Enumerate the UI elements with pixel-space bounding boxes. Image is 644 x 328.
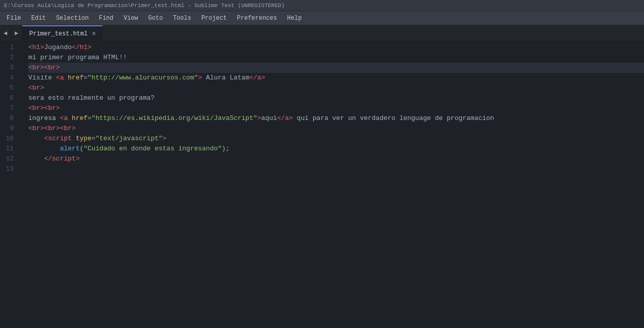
attr-val-line8: "https://es.wikipedia.org/wiki/JavaScrip… (92, 113, 257, 124)
tag-script-open-line10: < (44, 134, 48, 144)
menu-tools[interactable]: Tools (168, 13, 196, 23)
menu-goto[interactable]: Goto (144, 13, 167, 23)
string-line11: "Cuidado en donde estas ingresando" (83, 144, 222, 154)
code-line-6: sera esto realmente un programa? (28, 93, 644, 103)
line-num-7: 7 (4, 103, 14, 113)
text-line2: mi primer programa HTML!! (28, 53, 127, 63)
paren-open-line11: ( (79, 144, 83, 154)
attr-type-line10: type (76, 134, 92, 144)
menu-file[interactable]: File (2, 13, 26, 23)
tag-br-line9b: <br> (44, 124, 60, 134)
code-line-4: Visite <a href="http://www.aluracursos.c… (28, 73, 644, 83)
title-text: E:\Cursos Aula\Logica de Programacion\Pr… (4, 3, 285, 9)
text-visite: Visite (28, 73, 56, 83)
text-aqui: aqui (261, 113, 277, 124)
text-line13 (28, 164, 32, 174)
code-area[interactable]: <h1>Jugando</h1> mi primer programa HTML… (22, 42, 644, 328)
line-num-2: 2 (4, 53, 14, 63)
line-num-8: 8 (4, 113, 14, 124)
line-num-10: 10 (4, 134, 14, 144)
line-numbers: 1 2 3 4 5 6 7 8 9 10 11 12 13 (0, 42, 22, 328)
paren-close-line11: ); (222, 144, 230, 154)
attr-val-line4: "http://www.aluracursos.com" (88, 73, 198, 83)
code-line-11: alert("Cuidado en donde estas ingresando… (28, 144, 644, 154)
tab-bar: ◀ ▶ Primer_test.html × (0, 25, 644, 42)
tag-a-gt-line4: > (198, 73, 202, 83)
indent-line10 (28, 134, 44, 144)
indent-line12 (28, 154, 44, 164)
tag-a-close-line8: </a> (277, 113, 293, 124)
tag-br-line5: <br> (28, 83, 44, 93)
tag-br-line7a: <br> (28, 103, 44, 113)
eq-line4: = (83, 73, 88, 83)
tag-a-name-line8: a (64, 113, 72, 124)
indent-line11 (28, 144, 60, 154)
func-alert: alert (60, 144, 79, 154)
line-num-1: 1 (4, 43, 14, 53)
title-bar: E:\Cursos Aula\Logica de Programacion\Pr… (0, 0, 644, 11)
tab-close-button[interactable]: × (92, 30, 96, 37)
attr-href-line4: href (68, 73, 83, 83)
line-num-9: 9 (4, 124, 14, 134)
text-ingresa: ingresa (28, 113, 60, 124)
code-line-13 (28, 164, 644, 174)
menu-find[interactable]: Find (94, 13, 118, 23)
tag-h1-open: <h1> (28, 43, 44, 53)
attr-href-line8: href (72, 113, 88, 124)
text-line6: sera esto realmente un programa? (28, 93, 155, 103)
tag-script-close-line12: </script> (44, 154, 79, 164)
tag-h1-close: </h1> (72, 43, 92, 53)
line-num-5: 5 (4, 83, 14, 93)
menu-project[interactable]: Project (197, 13, 231, 23)
text-rest-line8: qui para ver un verdadero lenguage de pr… (293, 113, 494, 124)
tag-script-name-line10: script (48, 134, 76, 144)
menu-bar: File Edit Selection Find View Goto Tools… (0, 11, 644, 25)
code-line-1: <h1>Jugando</h1> (28, 43, 644, 53)
tag-a-name-line4: a (60, 73, 68, 83)
eq-line10: = (92, 134, 96, 144)
tag-br-line7b: <br> (44, 103, 60, 113)
menu-edit[interactable]: Edit (27, 13, 51, 23)
tag-br-line9c: <br> (60, 124, 75, 134)
editor: 1 2 3 4 5 6 7 8 9 10 11 12 13 <h1>Jugand… (0, 42, 644, 328)
tag-a-open-line8: < (60, 113, 64, 124)
line-num-12: 12 (4, 154, 14, 164)
tag-a-close-line4: </a> (249, 73, 265, 83)
text-jugando: Jugando (44, 43, 72, 53)
line-num-4: 4 (4, 73, 14, 83)
menu-view[interactable]: View (119, 13, 143, 23)
tag-br2: <br> (44, 63, 60, 73)
code-line-8: ingresa <a href="https://es.wikipedia.or… (28, 113, 644, 124)
tab-label: Primer_test.html (29, 30, 88, 37)
code-line-10: <script type="text/javascript"> (28, 134, 644, 144)
tab-nav-left[interactable]: ◀ (0, 25, 11, 41)
code-line-3: <br><br> (28, 63, 644, 73)
text-alura: Alura Latam (202, 73, 249, 83)
menu-selection[interactable]: Selection (52, 13, 94, 23)
eq-line8: = (88, 113, 92, 124)
line-num-11: 11 (4, 144, 14, 154)
code-line-9: <br><br><br> (28, 124, 644, 134)
code-line-5: <br> (28, 83, 644, 93)
tag-br1: <br> (28, 63, 44, 73)
tag-a-gt-line8: > (257, 113, 262, 124)
line-num-13: 13 (4, 164, 14, 174)
code-line-2: mi primer programa HTML!! (28, 53, 644, 63)
line-num-3: 3 (4, 63, 14, 73)
tag-a-open-line4: < (56, 73, 60, 83)
tab-nav-right[interactable]: ▶ (11, 25, 22, 41)
tag-script-gt-line10: > (162, 134, 166, 144)
attr-val-line10: "text/javascript" (96, 134, 163, 144)
code-line-7: <br><br> (28, 103, 644, 113)
tag-br-line9a: <br> (28, 124, 44, 134)
code-line-12: </script> (28, 154, 644, 164)
menu-preferences[interactable]: Preferences (232, 13, 281, 23)
menu-help[interactable]: Help (283, 13, 307, 23)
tab-primer-test[interactable]: Primer_test.html × (22, 25, 103, 41)
line-num-6: 6 (4, 93, 14, 103)
